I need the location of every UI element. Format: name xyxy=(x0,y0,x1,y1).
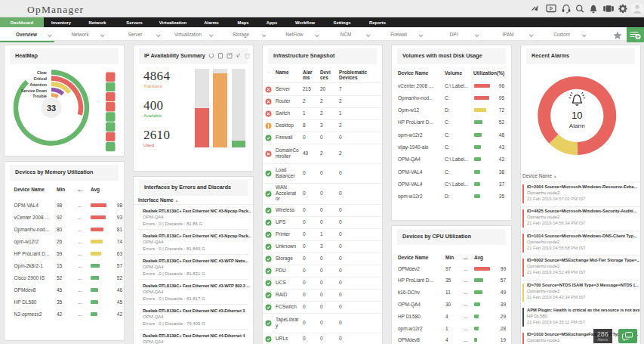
svg-text:Clear: Clear xyxy=(37,70,47,75)
svg-text:Critical: Critical xyxy=(33,76,47,81)
svg-text:10: 10 xyxy=(572,110,582,121)
svg-text:Attention: Attention xyxy=(29,82,47,87)
svg-text:33: 33 xyxy=(47,104,56,113)
svg-text:Alarm: Alarm xyxy=(569,122,585,129)
svg-text:Trouble: Trouble xyxy=(32,94,47,98)
svg-text:Service Down: Service Down xyxy=(21,88,47,93)
